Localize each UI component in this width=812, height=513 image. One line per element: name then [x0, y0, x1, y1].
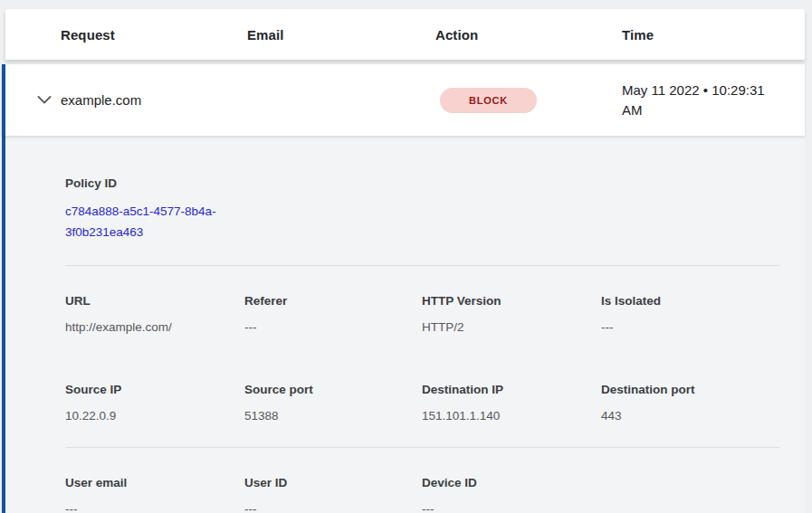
- destination-port-label: Destination port: [601, 381, 779, 398]
- policy-id-label: Policy ID: [65, 175, 779, 192]
- source-ip-value: 10.22.0.9: [65, 407, 244, 424]
- log-table: Request Email Action Time example.com BL…: [2, 9, 805, 513]
- http-version-value: HTTP/2: [422, 318, 601, 336]
- referer-value: ---: [244, 318, 422, 336]
- user-id-label: User ID: [244, 474, 422, 491]
- details-fields-row: Source IP 10.22.0.9 Source port 51388 De…: [65, 381, 779, 424]
- destination-ip-label: Destination IP: [422, 381, 601, 398]
- destination-port-value: 443: [601, 407, 779, 424]
- destination-port-field: Destination port 443: [601, 381, 779, 424]
- column-header-email: Email: [247, 27, 435, 43]
- block-status-badge: BLOCK: [440, 88, 537, 113]
- source-port-field: Source port 51388: [244, 381, 422, 424]
- divider: [65, 265, 779, 266]
- policy-id-field: Policy ID c784a888-a5c1-4577-8b4a-3f0b23…: [65, 175, 779, 242]
- source-port-label: Source port: [244, 381, 422, 398]
- url-field: URL http://example.com/: [65, 292, 244, 336]
- gateway-logs-page: Request Email Action Time example.com BL…: [0, 0, 812, 513]
- row-details-panel: Policy ID c784a888-a5c1-4577-8b4a-3f0b23…: [2, 136, 805, 513]
- table-row[interactable]: example.com BLOCK May 11 2022 • 10:29:31…: [2, 64, 805, 136]
- details-fields-row: URL http://example.com/ Referer --- HTTP…: [65, 292, 779, 336]
- device-id-field: Device ID ---: [422, 474, 601, 513]
- policy-id-link[interactable]: c784a888-a5c1-4577-8b4a-3f0b231ea463: [65, 201, 243, 242]
- column-header-time: Time: [622, 27, 805, 43]
- divider: [65, 447, 779, 448]
- collapse-row-button[interactable]: [34, 90, 54, 110]
- referer-label: Referer: [244, 292, 422, 309]
- chevron-down-icon: [37, 96, 52, 104]
- url-label: URL: [65, 292, 244, 309]
- http-version-label: HTTP Version: [422, 292, 601, 309]
- table-header: Request Email Action Time: [5, 9, 805, 60]
- source-ip-field: Source IP 10.22.0.9: [65, 381, 244, 424]
- is-isolated-label: Is Isolated: [601, 292, 779, 309]
- user-email-label: User email: [65, 474, 244, 491]
- action-cell: BLOCK: [435, 88, 622, 113]
- destination-ip-field: Destination IP 151.101.1.140: [422, 381, 601, 424]
- details-fields-row: User email --- User ID --- Device ID ---: [65, 474, 779, 513]
- user-id-field: User ID ---: [244, 474, 422, 513]
- http-version-field: HTTP Version HTTP/2: [422, 292, 601, 336]
- destination-ip-value: 151.101.1.140: [422, 407, 601, 424]
- is-isolated-field: Is Isolated ---: [601, 292, 779, 336]
- is-isolated-value: ---: [601, 318, 779, 336]
- details-empty-cell: [601, 474, 779, 513]
- column-header-request: Request: [61, 27, 247, 43]
- referer-field: Referer ---: [244, 292, 422, 336]
- device-id-value: ---: [422, 500, 601, 513]
- user-email-field: User email ---: [65, 474, 244, 513]
- user-email-value: ---: [65, 500, 244, 513]
- source-port-value: 51388: [244, 407, 422, 424]
- source-ip-label: Source IP: [65, 381, 244, 398]
- time-cell: May 11 2022 • 10:29:31 AM: [622, 81, 783, 120]
- user-id-value: ---: [244, 500, 422, 513]
- device-id-label: Device ID: [422, 474, 601, 491]
- request-cell: example.com: [61, 92, 247, 108]
- column-header-action: Action: [435, 27, 622, 43]
- url-value: http://example.com/: [65, 318, 244, 336]
